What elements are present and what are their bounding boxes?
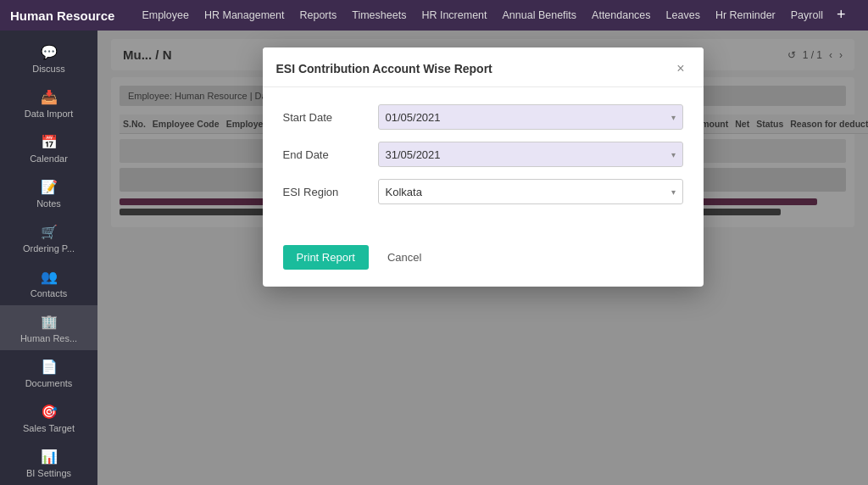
nav-add-button[interactable]: +	[832, 6, 851, 25]
end-date-label: End Date	[283, 148, 368, 161]
modal-footer: Print Report Cancel	[263, 233, 704, 287]
sidebar-item-sales-target[interactable]: 🎯 Sales Target	[0, 395, 97, 440]
start-date-label: Start Date	[283, 111, 368, 124]
esi-region-label: ESI Region	[283, 186, 368, 198]
nav-items: Employee HR Management Reports Timesheet…	[135, 6, 858, 25]
notes-icon: 📝	[40, 177, 58, 196]
sidebar-label-documents: Documents	[25, 378, 73, 388]
esi-region-chevron-icon: ▾	[671, 187, 676, 197]
sidebar-label-notes: Notes	[36, 198, 61, 209]
sidebar-label-contacts: Contacts	[31, 288, 67, 298]
sidebar: 💬 Discuss 📥 Data Import 📅 Calendar 📝 Not…	[0, 31, 97, 485]
sidebar-item-documents[interactable]: 📄 Documents	[0, 350, 97, 395]
esi-region-value: Kolkata	[386, 186, 422, 198]
modal-body: Start Date 01/05/2021 ▾ End Date 31/05/2…	[263, 87, 704, 233]
cancel-button[interactable]: Cancel	[377, 245, 431, 270]
modal-overlay: ESI Contribution Account Wise Report × S…	[97, 31, 868, 485]
human-res-icon: 🏢	[40, 312, 58, 331]
nav-annual-benefits[interactable]: Annual Benefits	[496, 6, 584, 25]
nav-payroll[interactable]: Payroll	[784, 6, 830, 25]
top-navigation: Human Resource Employee HR Management Re…	[0, 0, 868, 31]
main-layout: 💬 Discuss 📥 Data Import 📅 Calendar 📝 Not…	[0, 31, 868, 485]
bi-settings-icon: 📊	[40, 447, 58, 465]
modal-close-button[interactable]: ×	[671, 59, 689, 78]
esi-region-select[interactable]: Kolkata ▾	[378, 179, 683, 204]
data-import-icon: 📥	[40, 87, 58, 106]
sidebar-label-discuss: Discuss	[32, 64, 65, 74]
contacts-icon: 👥	[40, 267, 58, 286]
sidebar-item-contacts[interactable]: 👥 Contacts	[0, 260, 97, 305]
nav-leaves[interactable]: Leaves	[659, 6, 707, 25]
sidebar-item-data-import[interactable]: 📥 Data Import	[0, 81, 97, 125]
end-date-chevron-icon: ▾	[671, 150, 676, 159]
esi-region-group: ESI Region Kolkata ▾	[283, 179, 683, 204]
sidebar-label-calendar: Calendar	[30, 153, 68, 164]
sidebar-item-discuss[interactable]: 💬 Discuss	[0, 36, 97, 81]
ordering-icon: 🛒	[40, 222, 58, 241]
sidebar-label-bi-settings: BI Settings	[26, 468, 71, 478]
documents-icon: 📄	[40, 357, 58, 376]
nav-attendances[interactable]: Attendances	[585, 6, 658, 25]
end-date-group: End Date 31/05/2021 ▾	[283, 142, 683, 167]
brand-title: Human Resource	[10, 8, 114, 23]
sidebar-label-ordering: Ordering P...	[23, 243, 75, 254]
modal-title: ESI Contribution Account Wise Report	[276, 62, 492, 75]
sidebar-item-bi-settings[interactable]: 📊 BI Settings	[0, 440, 97, 485]
content-area: Mu... / N ↺ 1 / 1 ‹ › Employee: Human Re…	[97, 31, 868, 485]
start-date-group: Start Date 01/05/2021 ▾	[283, 104, 683, 130]
sidebar-item-human-res[interactable]: 🏢 Human Res...	[0, 305, 97, 350]
calendar-icon: 📅	[40, 132, 58, 151]
sales-target-icon: 🎯	[40, 402, 58, 421]
nav-hr-management[interactable]: HR Management	[198, 6, 292, 25]
start-date-chevron-icon: ▾	[671, 113, 676, 122]
modal-dialog: ESI Contribution Account Wise Report × S…	[263, 47, 704, 287]
end-date-input[interactable]: 31/05/2021 ▾	[378, 142, 683, 167]
sidebar-label-human-res: Human Res...	[20, 333, 77, 343]
sidebar-item-ordering[interactable]: 🛒 Ordering P...	[0, 215, 97, 260]
sidebar-item-notes[interactable]: 📝 Notes	[0, 170, 97, 215]
nav-hr-reminder[interactable]: Hr Reminder	[709, 6, 782, 25]
sidebar-label-sales-target: Sales Target	[23, 423, 75, 433]
start-date-input[interactable]: 01/05/2021 ▾	[378, 104, 683, 130]
end-date-value: 31/05/2021	[386, 148, 441, 161]
nav-hr-increment[interactable]: HR Increment	[415, 6, 493, 25]
print-report-button[interactable]: Print Report	[283, 245, 369, 270]
modal-header: ESI Contribution Account Wise Report ×	[263, 47, 704, 87]
nav-reports[interactable]: Reports	[292, 6, 343, 25]
nav-timesheets[interactable]: Timesheets	[345, 6, 413, 25]
discuss-icon: 💬	[40, 42, 58, 61]
sidebar-label-data-import: Data Import	[25, 109, 73, 119]
nav-employee[interactable]: Employee	[135, 6, 196, 25]
sidebar-item-calendar[interactable]: 📅 Calendar	[0, 125, 97, 170]
start-date-value: 01/05/2021	[386, 111, 441, 124]
